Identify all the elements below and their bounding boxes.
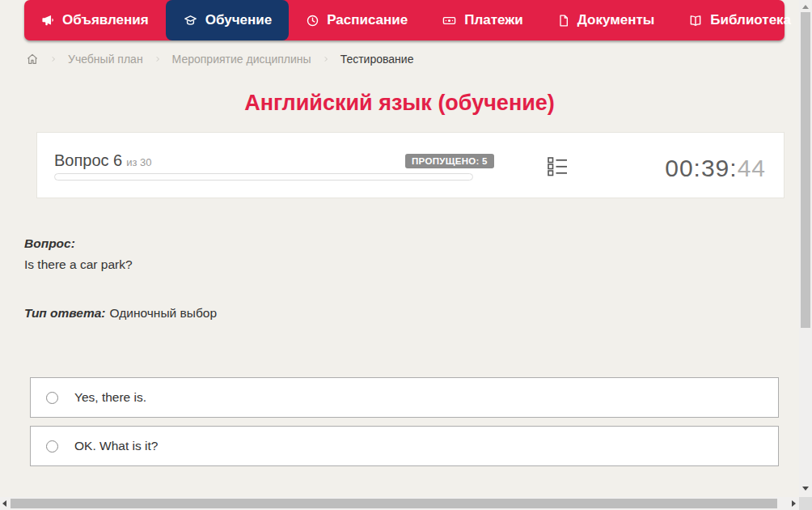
question-counter: Вопрос 6из 30 xyxy=(54,151,152,170)
banknote-icon xyxy=(442,14,457,28)
answer-options: Yes, there is. OK. What is it? xyxy=(30,377,779,474)
nav-item-label: Библиотека xyxy=(710,12,791,28)
horizontal-scrollbar-thumb[interactable] xyxy=(11,499,777,508)
radio-button[interactable] xyxy=(46,440,58,453)
breadcrumb-item-discipline-event[interactable]: Мероприятие дисциплины xyxy=(172,53,311,66)
question-list-button[interactable] xyxy=(545,155,569,179)
home-icon[interactable] xyxy=(26,53,39,66)
nav-item-label: Объявления xyxy=(62,12,149,28)
radio-button[interactable] xyxy=(46,392,58,404)
nav-item-label: Обучение xyxy=(205,12,272,28)
nav-item-library[interactable]: Библиотека xyxy=(671,0,799,40)
timer: 00:39:44 xyxy=(665,155,766,182)
nav-item-label: Документы xyxy=(577,12,655,28)
timer-main: 00:39: xyxy=(665,155,737,181)
graduation-cap-icon xyxy=(183,14,198,28)
question-number: Вопрос 6 xyxy=(54,151,122,169)
answer-option-2[interactable]: OK. What is it? xyxy=(30,426,779,466)
timer-seconds: 44 xyxy=(738,155,766,181)
breadcrumb: Учебный план Мероприятие дисциплины Тест… xyxy=(26,49,413,69)
megaphone-icon xyxy=(41,14,55,28)
skipped-badge: ПРОПУЩЕНО: 5 xyxy=(405,154,494,168)
book-icon xyxy=(688,14,703,28)
question-total: из 30 xyxy=(126,156,151,168)
answer-type-label: Тип ответа: xyxy=(24,306,106,320)
clock-icon xyxy=(306,14,319,28)
page-title: Английский язык (обучение) xyxy=(0,91,799,116)
scroll-up-arrow-icon[interactable] xyxy=(802,5,809,9)
nav-item-label: Расписание xyxy=(327,12,408,28)
nav-item-payments[interactable]: Платежи xyxy=(425,0,540,40)
answer-option-1[interactable]: Yes, there is. xyxy=(30,377,779,418)
breadcrumb-item-curriculum[interactable]: Учебный план xyxy=(68,53,143,66)
scroll-down-arrow-icon[interactable] xyxy=(802,487,809,491)
horizontal-scrollbar[interactable] xyxy=(0,497,799,510)
question-list-icon xyxy=(546,168,569,180)
scroll-right-arrow-icon[interactable] xyxy=(792,500,796,507)
nav-item-label: Платежи xyxy=(464,12,523,28)
answer-option-label: OK. What is it? xyxy=(74,439,158,453)
chevron-right-icon xyxy=(322,54,330,64)
progress-bar xyxy=(54,173,473,181)
nav-item-documents[interactable]: Документы xyxy=(540,0,672,40)
page-content: Объявления Обучение Расписание Платежи Д… xyxy=(0,0,799,497)
scrollbar-corner xyxy=(799,497,812,510)
main-nav: Объявления Обучение Расписание Платежи Д… xyxy=(24,0,785,40)
chevron-right-icon xyxy=(154,54,162,64)
document-icon xyxy=(557,14,570,28)
vertical-scrollbar[interactable] xyxy=(799,0,812,497)
answer-option-label: Yes, there is. xyxy=(74,390,146,405)
question-heading: Вопрос: xyxy=(24,236,217,251)
question-block: Вопрос: Is there a car park? Тип ответа:… xyxy=(24,236,217,321)
vertical-scrollbar-thumb[interactable] xyxy=(801,12,810,328)
question-text: Is there a car park? xyxy=(24,257,217,272)
chevron-right-icon xyxy=(49,54,57,64)
answer-type-value: Одиночный выбор xyxy=(110,306,218,320)
nav-item-announcements[interactable]: Объявления xyxy=(24,0,166,40)
nav-item-schedule[interactable]: Расписание xyxy=(289,0,425,40)
breadcrumb-item-current: Тестирование xyxy=(340,53,414,66)
nav-item-education[interactable]: Обучение xyxy=(166,0,289,40)
quiz-header-panel: Вопрос 6из 30 ПРОПУЩЕНО: 5 00:39:44 xyxy=(36,132,785,198)
answer-type-row: Тип ответа:Одиночный выбор xyxy=(24,306,217,321)
scroll-left-arrow-icon[interactable] xyxy=(2,500,6,507)
